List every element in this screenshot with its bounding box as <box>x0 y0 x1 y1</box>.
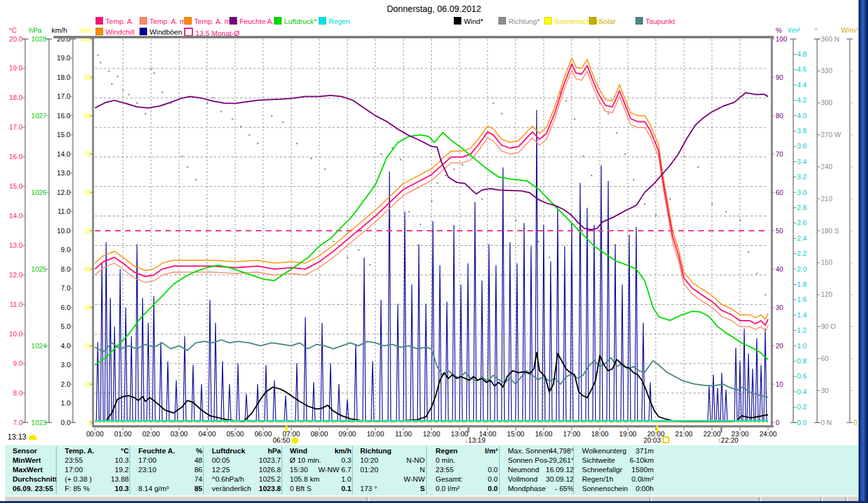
svg-text:0.0: 0.0 <box>797 419 806 426</box>
svg-text:2.8: 2.8 <box>797 204 806 211</box>
daylength-sun-icon <box>29 435 36 439</box>
svg-text:70: 70 <box>776 150 783 158</box>
extra-value: 371m <box>553 447 654 456</box>
svg-text:0 N: 0 N <box>821 419 832 426</box>
svg-text:1025: 1025 <box>31 265 47 273</box>
sunrise-annotation: 06:50 <box>273 436 298 444</box>
svg-text:0.0: 0.0 <box>61 419 70 426</box>
x-tick-label: 21:00 <box>675 430 693 438</box>
svg-text:14.0: 14.0 <box>57 150 70 158</box>
svg-text:7.0: 7.0 <box>13 419 23 426</box>
svg-text:15.0: 15.0 <box>9 182 23 190</box>
svg-text:60: 60 <box>821 355 828 362</box>
svg-text:7.0: 7.0 <box>61 284 70 292</box>
svg-text:120: 120 <box>821 290 832 298</box>
x-tick-label: 17:00 <box>563 430 581 438</box>
extra-value: 0:00h <box>553 485 654 494</box>
x-tick-label: 12:00 <box>423 430 441 438</box>
svg-text:3.6: 3.6 <box>797 142 806 150</box>
svg-text:60: 60 <box>776 189 783 196</box>
x-tick-label: 03:00 <box>170 430 188 438</box>
svg-text:18.0: 18.0 <box>57 74 70 81</box>
x-tick-label: 00:00 <box>86 430 104 438</box>
svg-text:0: 0 <box>854 419 857 426</box>
svg-text:5.0: 5.0 <box>61 323 70 330</box>
weather-app-window: Donnerstag, 06.09.2012 Temp. A.Temp. A. … <box>0 0 868 503</box>
x-tick-label: 10:00 <box>366 430 384 438</box>
svg-text:1023: 1023 <box>31 419 47 426</box>
svg-text:10.0: 10.0 <box>9 330 23 338</box>
svg-text:30: 30 <box>821 387 828 394</box>
svg-text:2.2: 2.2 <box>797 250 806 257</box>
svg-text:17.0: 17.0 <box>57 92 70 100</box>
svg-text:100: 100 <box>776 35 787 43</box>
svg-text:210: 210 <box>821 195 832 202</box>
sunset-annotation: 20:03 <box>644 436 670 444</box>
svg-text:90: 90 <box>776 74 783 81</box>
x-tick-label: 01:00 <box>114 430 132 438</box>
cell-label: 0 min. <box>436 456 455 465</box>
svg-text:8.0: 8.0 <box>13 389 23 397</box>
table-divider <box>499 446 500 494</box>
svg-text:180 S: 180 S <box>821 227 839 235</box>
x-tick-label: 15:00 <box>507 430 525 438</box>
moonset-arrow-icon: ↓ <box>464 436 468 444</box>
svg-text:3.0: 3.0 <box>61 361 70 368</box>
x-tick-label: 02:00 <box>142 430 160 438</box>
svg-text:20.0: 20.0 <box>9 35 23 43</box>
extra-value: 1590m <box>553 466 654 475</box>
moonrise-arrow-icon: ↑ <box>718 436 722 444</box>
svg-text:11.0: 11.0 <box>57 207 70 215</box>
x-tick-label: 08:00 <box>310 430 328 438</box>
svg-text:12.0: 12.0 <box>9 271 23 279</box>
svg-text:0.4: 0.4 <box>797 388 806 395</box>
svg-text:0.8: 0.8 <box>797 357 806 365</box>
svg-text:13.0: 13.0 <box>57 169 70 177</box>
svg-text:330: 330 <box>821 67 832 74</box>
svg-text:30: 30 <box>776 304 783 311</box>
svg-text:3.4: 3.4 <box>797 158 806 165</box>
svg-text:3.8: 3.8 <box>797 127 806 135</box>
svg-text:0.6: 0.6 <box>797 372 806 380</box>
extra-value: 0.0l/m² <box>553 475 654 484</box>
svg-text:1.0: 1.0 <box>797 342 806 350</box>
svg-text:1.8: 1.8 <box>797 280 806 288</box>
weather-chart: 20.019.018.017.016.015.014.013.012.011.0… <box>0 0 868 444</box>
svg-text:20: 20 <box>776 342 783 350</box>
svg-text:1024: 1024 <box>31 342 47 350</box>
svg-text:1.6: 1.6 <box>797 296 806 303</box>
svg-text:4.0: 4.0 <box>61 342 70 350</box>
sunrise-icon <box>292 438 298 443</box>
x-tick-label: 24:00 <box>759 430 777 438</box>
table-divider <box>282 446 282 494</box>
svg-text:2.0: 2.0 <box>797 265 806 273</box>
svg-text:14.0: 14.0 <box>9 212 23 219</box>
svg-text:13.0: 13.0 <box>9 241 23 249</box>
svg-text:300: 300 <box>821 99 832 106</box>
svg-text:40: 40 <box>776 265 783 273</box>
svg-text:10: 10 <box>776 380 783 388</box>
svg-text:16.0: 16.0 <box>9 153 23 160</box>
svg-text:11.0: 11.0 <box>9 301 23 308</box>
svg-text:270 W: 270 W <box>821 131 841 138</box>
moonset-annotation: ↓13:19 <box>464 436 485 444</box>
svg-text:2.6: 2.6 <box>797 219 806 226</box>
svg-text:150: 150 <box>821 258 832 266</box>
svg-text:3.0: 3.0 <box>797 189 806 196</box>
table-divider <box>129 446 130 494</box>
svg-text:4.4: 4.4 <box>797 81 806 89</box>
svg-text:10.0: 10.0 <box>57 227 70 235</box>
sunset-icon <box>662 436 669 443</box>
table-divider <box>203 446 204 494</box>
svg-text:8.0: 8.0 <box>61 265 70 273</box>
svg-text:240: 240 <box>821 163 832 170</box>
svg-text:80: 80 <box>776 112 783 119</box>
table-divider <box>573 446 574 494</box>
x-tick-label: 18:00 <box>591 430 608 438</box>
table-divider <box>426 446 427 494</box>
svg-text:1.2: 1.2 <box>797 326 806 334</box>
svg-text:3.2: 3.2 <box>797 173 806 180</box>
x-tick-label: 19:00 <box>619 430 637 438</box>
x-tick-label: 04:00 <box>199 430 216 438</box>
svg-text:360 N: 360 N <box>821 35 839 43</box>
